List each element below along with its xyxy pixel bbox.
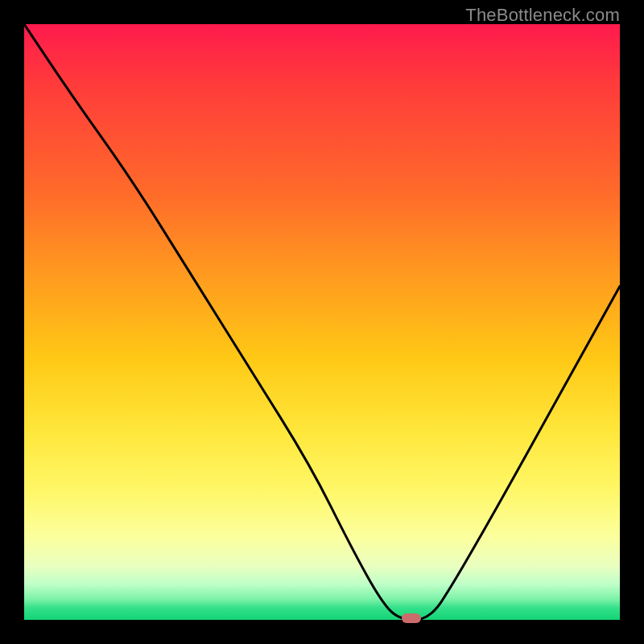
outer-frame: TheBottleneck.com xyxy=(0,0,644,644)
optimal-marker xyxy=(402,613,421,623)
watermark-text: TheBottleneck.com xyxy=(465,5,620,26)
chart-area xyxy=(24,24,620,620)
curve-path xyxy=(24,24,620,620)
bottleneck-curve xyxy=(24,24,620,620)
